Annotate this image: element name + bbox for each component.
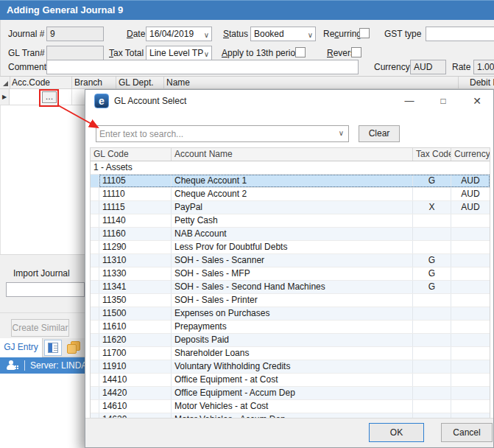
- copy-documents-icon[interactable]: [66, 341, 82, 354]
- cell-currency: [451, 321, 490, 333]
- search-combobox[interactable]: ∨: [96, 125, 349, 142]
- column-header-name[interactable]: Name: [166, 77, 190, 89]
- cell-account-name: SOH - Sales - Scanner: [172, 254, 413, 267]
- table-row[interactable]: 14420Office Equipment - Accum Dep: [91, 387, 490, 400]
- expand-all-icon[interactable]: [3, 81, 8, 86]
- gl-account-select-dialog: e GL Account Select — □ ✕ ∨ Clear GL Cod…: [85, 89, 494, 448]
- apply-13th-period-checkbox[interactable]: [295, 47, 306, 57]
- cell-gl-code: 11620: [99, 334, 172, 346]
- print-preview-button[interactable]: [44, 340, 62, 356]
- clear-button[interactable]: Clear: [359, 125, 400, 142]
- table-row[interactable]: 11350SOH - Sales - Printer: [91, 294, 490, 307]
- report-icon: [48, 343, 58, 353]
- minimize-button[interactable]: —: [400, 93, 419, 109]
- cell-tax-code: [413, 228, 451, 240]
- cell-currency: [451, 400, 490, 413]
- close-icon: ✕: [473, 95, 481, 107]
- table-row[interactable]: 14410Office Equipment - at Cost: [91, 374, 490, 387]
- chevron-down-icon: ∨: [339, 129, 344, 137]
- row-indent: [91, 228, 99, 240]
- gl-tran-field[interactable]: [46, 46, 104, 60]
- column-header-currency[interactable]: Currency: [451, 148, 490, 161]
- cell-currency: [451, 294, 490, 307]
- column-header-gl-code[interactable]: GL Code: [91, 148, 172, 161]
- cell-account-name: Motor Vehicles - at Cost: [172, 400, 413, 413]
- table-row[interactable]: 11341SOH - Sales - Second Hand MachinesG: [91, 281, 490, 294]
- date-combobox[interactable]: 16/04/2019 ∨: [146, 27, 212, 41]
- cell-account-name: PayPal: [172, 201, 413, 214]
- row-indent: [91, 267, 99, 280]
- table-row[interactable]: 11620Deposits Paid: [91, 334, 490, 347]
- cell-tax-code: [413, 214, 451, 227]
- column-header-account-name[interactable]: Account Name: [172, 148, 413, 161]
- create-similar-button[interactable]: Create Similar: [11, 319, 69, 337]
- table-row[interactable]: 11110Cheque Account 2AUD: [91, 188, 490, 201]
- cell-tax-code: [413, 387, 451, 399]
- cell-account-name: SOH - Sales - Second Hand Machines: [172, 281, 413, 293]
- cell-tax-code: [413, 307, 451, 320]
- cell-gl-code: 14420: [99, 387, 172, 399]
- comment-field[interactable]: [46, 60, 359, 74]
- table-row[interactable]: 11610Prepayments: [91, 321, 490, 334]
- rate-field[interactable]: 1.000: [473, 60, 494, 74]
- row-indent: [91, 281, 99, 293]
- table-row[interactable]: 11140Petty Cash: [91, 214, 490, 228]
- table-body[interactable]: 1 - Assets11105Cheque Account 1GAUD11110…: [91, 161, 490, 419]
- cell-currency: [451, 254, 490, 267]
- column-header-branch[interactable]: Branch: [74, 77, 102, 89]
- gst-type-field[interactable]: [426, 27, 494, 41]
- table-row[interactable]: 11700Shareholder Loans: [91, 347, 490, 360]
- cell-gl-code: 11341: [99, 281, 172, 293]
- row-indicator: ▶: [0, 89, 10, 105]
- cell-currency: [451, 374, 490, 386]
- account-lookup-button[interactable]: …: [42, 91, 57, 103]
- currency-field[interactable]: AUD: [410, 60, 446, 74]
- table-header[interactable]: GL Code Account Name Tax Code Currency: [91, 148, 490, 161]
- journal-number-field[interactable]: 9: [46, 27, 104, 41]
- tax-total-label: Tax Total: [109, 48, 144, 58]
- table-row[interactable]: 11160NAB Account: [91, 228, 490, 241]
- rate-label: Rate: [452, 62, 470, 72]
- tax-total-combobox[interactable]: Line Level TP ∨: [146, 46, 212, 60]
- column-header-debit[interactable]: Debit I: [470, 77, 494, 89]
- table-row[interactable]: 11330SOH - Sales - MFPG: [91, 267, 490, 281]
- recurring-checkbox[interactable]: [359, 28, 370, 38]
- maximize-icon: □: [440, 96, 445, 106]
- ok-button[interactable]: OK: [369, 423, 424, 442]
- window-titlebar: Adding General Journal 9: [0, 0, 494, 20]
- cell-tax-code: [413, 374, 451, 386]
- cell-account-name: Deposits Paid: [172, 334, 413, 346]
- import-journal-field[interactable]: [6, 282, 85, 297]
- close-button[interactable]: ✕: [467, 93, 487, 109]
- table-row[interactable]: 14610Motor Vehicles - at Cost: [91, 400, 490, 413]
- dialog-titlebar[interactable]: e GL Account Select — □ ✕: [85, 90, 493, 112]
- table-row[interactable]: 11290Less Prov for Doubtful Debts: [91, 241, 490, 254]
- column-header-gl-dept[interactable]: GL Dept.: [119, 77, 154, 89]
- group-row-assets[interactable]: 1 - Assets: [91, 161, 490, 175]
- cancel-button[interactable]: Cancel: [441, 423, 493, 442]
- grid-header[interactable]: Acc.Code Branch GL Dept. Name Debit I: [0, 76, 494, 89]
- table-row[interactable]: 11115PayPalXAUD: [91, 201, 490, 214]
- status-combobox[interactable]: Booked ∨: [250, 27, 316, 41]
- table-row[interactable]: 11105Cheque Account 1GAUD: [91, 175, 490, 188]
- maximize-button[interactable]: □: [434, 93, 453, 109]
- table-row[interactable]: 11500Expenses on Purchases: [91, 307, 490, 321]
- screen: Adding General Journal 9 Journal # 9 Dat…: [0, 0, 494, 448]
- reverse-checkbox[interactable]: [351, 47, 361, 57]
- journal-form: Journal # 9 Date 16/04/2019 ∨ Status Boo…: [0, 20, 494, 76]
- cell-currency: [451, 360, 490, 373]
- table-row[interactable]: 11310SOH - Sales - ScannerG: [91, 254, 490, 267]
- column-header-acc-code[interactable]: Acc.Code: [12, 77, 50, 89]
- date-value: 16/04/2019: [149, 29, 194, 39]
- column-divider: [458, 77, 459, 88]
- cell-gl-code: 14410: [99, 374, 172, 386]
- search-input[interactable]: [96, 126, 335, 141]
- cell-tax-code: [413, 347, 451, 360]
- table-row[interactable]: 11910Voluntary Withholding Credits: [91, 360, 490, 374]
- column-header-tax-code[interactable]: Tax Code: [413, 148, 451, 161]
- tab-gj-entry[interactable]: GJ Entry: [0, 338, 43, 357]
- recurring-label: Recurring: [323, 29, 361, 39]
- row-indent: [91, 321, 99, 333]
- row-indent: [91, 214, 99, 227]
- column-divider: [10, 77, 10, 88]
